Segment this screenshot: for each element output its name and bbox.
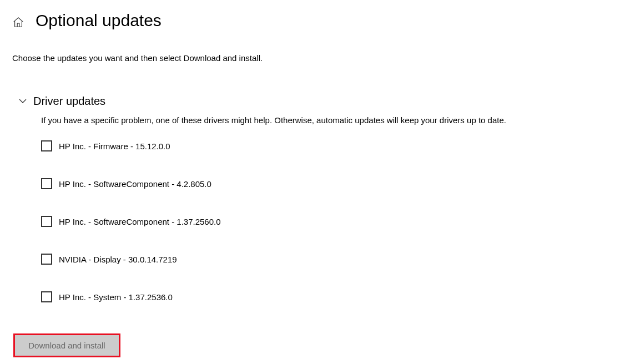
update-label: HP Inc. - System - 1.37.2536.0: [59, 292, 173, 302]
download-and-install-button[interactable]: Download and install: [15, 335, 119, 356]
update-checkbox[interactable]: [41, 178, 52, 189]
home-icon[interactable]: [12, 16, 24, 28]
update-checkbox[interactable]: [41, 140, 52, 151]
page-header: Optional updates: [12, 11, 608, 30]
driver-updates-section: Driver updates If you have a specific pr…: [19, 95, 608, 302]
update-label: HP Inc. - SoftwareComponent - 1.37.2560.…: [59, 217, 221, 226]
page-title: Optional updates: [36, 11, 162, 30]
list-item: HP Inc. - System - 1.37.2536.0: [41, 291, 608, 302]
update-label: NVIDIA - Display - 30.0.14.7219: [59, 255, 177, 264]
update-label: HP Inc. - SoftwareComponent - 4.2.805.0: [59, 179, 211, 189]
list-item: HP Inc. - Firmware - 15.12.0.0: [41, 140, 608, 151]
instruction-text: Choose the updates you want and then sel…: [12, 53, 608, 63]
update-checkbox[interactable]: [41, 216, 52, 227]
section-title: Driver updates: [33, 95, 105, 108]
chevron-down-icon: [19, 98, 27, 105]
update-label: HP Inc. - Firmware - 15.12.0.0: [59, 141, 170, 151]
section-description: If you have a specific problem, one of t…: [41, 115, 608, 125]
list-item: HP Inc. - SoftwareComponent - 4.2.805.0: [41, 178, 608, 189]
update-checkbox[interactable]: [41, 254, 52, 265]
section-toggle[interactable]: Driver updates: [19, 95, 608, 108]
download-button-highlight: Download and install: [13, 333, 120, 357]
update-list: HP Inc. - Firmware - 15.12.0.0 HP Inc. -…: [41, 140, 608, 302]
list-item: HP Inc. - SoftwareComponent - 1.37.2560.…: [41, 216, 608, 227]
list-item: NVIDIA - Display - 30.0.14.7219: [41, 254, 608, 265]
update-checkbox[interactable]: [41, 291, 52, 302]
